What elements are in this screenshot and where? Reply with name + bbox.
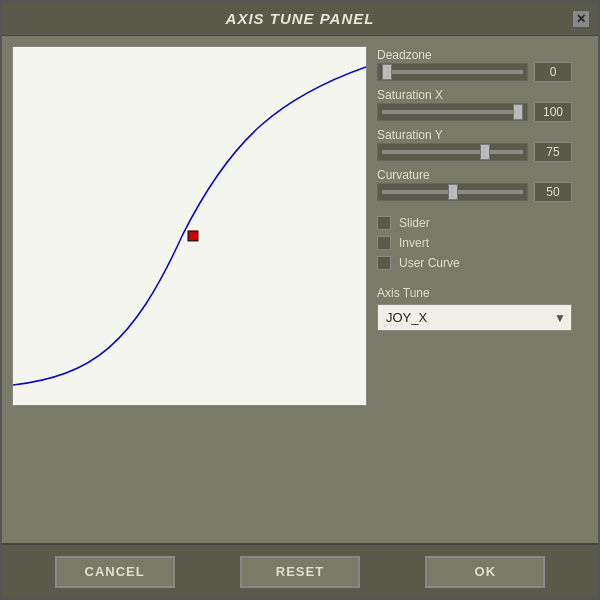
invert-checkbox-row[interactable]: Invert [377,236,572,250]
axis-tune-dialog: AXIS TUNE PANEL ✕ Deadzone 0 [0,0,600,600]
invert-checkbox[interactable] [377,236,391,250]
main-area: Deadzone 0 Saturation X 100 [2,36,598,543]
saturation-x-control: Saturation X 100 [377,88,572,122]
curvature-slider[interactable] [382,190,523,194]
checkboxes-area: Slider Invert User Curve [377,216,572,270]
ok-button[interactable]: OK [425,556,545,588]
saturation-y-control: Saturation Y 75 [377,128,572,162]
close-button[interactable]: ✕ [572,10,590,28]
user-curve-checkbox-row[interactable]: User Curve [377,256,572,270]
bottom-bar: CANCEL RESET OK [2,543,598,598]
saturation-y-value: 75 [534,142,572,162]
axis-tune-label: Axis Tune [377,286,572,300]
user-curve-checkbox-label: User Curve [399,256,460,270]
curvature-control: Curvature 50 [377,168,572,202]
saturation-x-slider-wrapper[interactable] [377,103,528,121]
saturation-y-label: Saturation Y [377,128,467,142]
saturation-x-value: 100 [534,102,572,122]
title-bar: AXIS TUNE PANEL ✕ [2,2,598,36]
saturation-y-slider[interactable] [382,150,523,154]
deadzone-value: 0 [534,62,572,82]
invert-checkbox-label: Invert [399,236,429,250]
deadzone-slider-wrapper[interactable] [377,63,528,81]
curve-svg [13,47,366,405]
saturation-x-label: Saturation X [377,88,467,102]
curvature-row: 50 [377,182,572,202]
saturation-x-slider[interactable] [382,110,523,114]
slider-checkbox[interactable] [377,216,391,230]
slider-checkbox-row[interactable]: Slider [377,216,572,230]
saturation-y-row: 75 [377,142,572,162]
saturation-x-row: 100 [377,102,572,122]
saturation-y-slider-wrapper[interactable] [377,143,528,161]
deadzone-row: 0 [377,62,572,82]
curvature-value: 50 [534,182,572,202]
axis-tune-dropdown[interactable]: JOY_X JOY_Y JOY_Z JOY_RX JOY_RY JOY_RZ [377,304,572,331]
user-curve-checkbox[interactable] [377,256,391,270]
deadzone-slider[interactable] [382,70,523,74]
axis-tune-section: Axis Tune JOY_X JOY_Y JOY_Z JOY_RX JOY_R… [377,286,572,331]
cancel-button[interactable]: CANCEL [55,556,175,588]
curvature-slider-wrapper[interactable] [377,183,528,201]
axis-tune-dropdown-container: JOY_X JOY_Y JOY_Z JOY_RX JOY_RY JOY_RZ ▼ [377,304,572,331]
svg-rect-0 [188,231,198,241]
curvature-label: Curvature [377,168,467,182]
deadzone-control: Deadzone 0 [377,48,572,82]
right-panel: Deadzone 0 Saturation X 100 [377,46,572,533]
dialog-title: AXIS TUNE PANEL [226,10,375,27]
slider-checkbox-label: Slider [399,216,430,230]
deadzone-label: Deadzone [377,48,467,62]
curve-chart-area [12,46,367,406]
reset-button[interactable]: RESET [240,556,360,588]
